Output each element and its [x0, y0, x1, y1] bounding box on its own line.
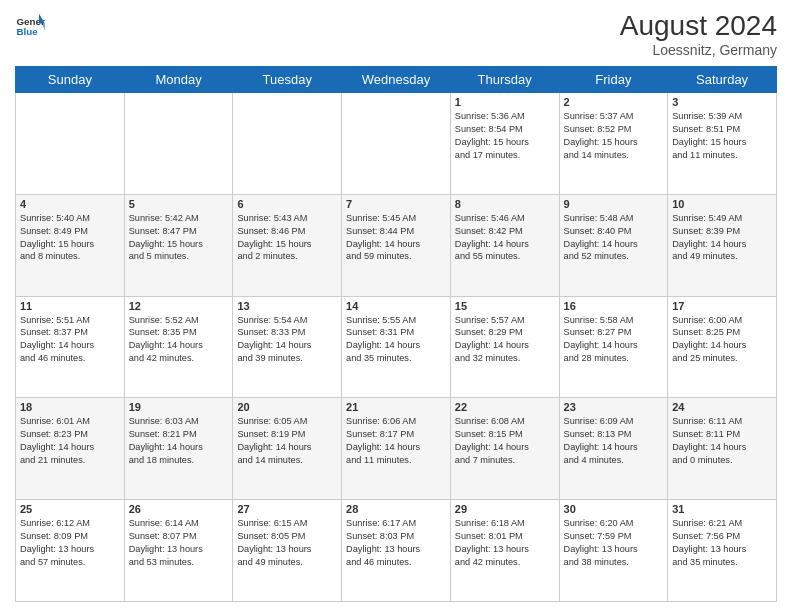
cell-content: Sunrise: 5:51 AM Sunset: 8:37 PM Dayligh… — [20, 314, 120, 366]
day-number: 13 — [237, 300, 337, 312]
day-number: 1 — [455, 96, 555, 108]
calendar-cell: 22Sunrise: 6:08 AM Sunset: 8:15 PM Dayli… — [450, 398, 559, 500]
calendar-cell: 8Sunrise: 5:46 AM Sunset: 8:42 PM Daylig… — [450, 194, 559, 296]
cell-content: Sunrise: 5:43 AM Sunset: 8:46 PM Dayligh… — [237, 212, 337, 264]
calendar-cell: 17Sunrise: 6:00 AM Sunset: 8:25 PM Dayli… — [668, 296, 777, 398]
day-number: 29 — [455, 503, 555, 515]
day-number: 6 — [237, 198, 337, 210]
cell-content: Sunrise: 6:12 AM Sunset: 8:09 PM Dayligh… — [20, 517, 120, 569]
cell-content: Sunrise: 5:37 AM Sunset: 8:52 PM Dayligh… — [564, 110, 664, 162]
cell-content: Sunrise: 5:36 AM Sunset: 8:54 PM Dayligh… — [455, 110, 555, 162]
cell-content: Sunrise: 5:49 AM Sunset: 8:39 PM Dayligh… — [672, 212, 772, 264]
calendar-cell — [233, 93, 342, 195]
cell-content: Sunrise: 6:11 AM Sunset: 8:11 PM Dayligh… — [672, 415, 772, 467]
calendar-cell: 20Sunrise: 6:05 AM Sunset: 8:19 PM Dayli… — [233, 398, 342, 500]
cell-content: Sunrise: 5:45 AM Sunset: 8:44 PM Dayligh… — [346, 212, 446, 264]
cell-content: Sunrise: 5:42 AM Sunset: 8:47 PM Dayligh… — [129, 212, 229, 264]
calendar-cell: 30Sunrise: 6:20 AM Sunset: 7:59 PM Dayli… — [559, 500, 668, 602]
calendar-week-row-4: 25Sunrise: 6:12 AM Sunset: 8:09 PM Dayli… — [16, 500, 777, 602]
col-wednesday: Wednesday — [342, 67, 451, 93]
calendar-week-row-3: 18Sunrise: 6:01 AM Sunset: 8:23 PM Dayli… — [16, 398, 777, 500]
calendar-week-row-1: 4Sunrise: 5:40 AM Sunset: 8:49 PM Daylig… — [16, 194, 777, 296]
cell-content: Sunrise: 5:57 AM Sunset: 8:29 PM Dayligh… — [455, 314, 555, 366]
calendar-cell: 13Sunrise: 5:54 AM Sunset: 8:33 PM Dayli… — [233, 296, 342, 398]
calendar-cell: 3Sunrise: 5:39 AM Sunset: 8:51 PM Daylig… — [668, 93, 777, 195]
cell-content: Sunrise: 6:15 AM Sunset: 8:05 PM Dayligh… — [237, 517, 337, 569]
calendar-cell: 24Sunrise: 6:11 AM Sunset: 8:11 PM Dayli… — [668, 398, 777, 500]
logo-icon: General Blue — [15, 10, 45, 40]
month-year-title: August 2024 — [620, 10, 777, 42]
location-subtitle: Loessnitz, Germany — [620, 42, 777, 58]
calendar-cell: 14Sunrise: 5:55 AM Sunset: 8:31 PM Dayli… — [342, 296, 451, 398]
day-number: 7 — [346, 198, 446, 210]
day-number: 10 — [672, 198, 772, 210]
calendar-cell: 31Sunrise: 6:21 AM Sunset: 7:56 PM Dayli… — [668, 500, 777, 602]
calendar-cell — [124, 93, 233, 195]
svg-text:Blue: Blue — [17, 26, 39, 37]
calendar-cell: 29Sunrise: 6:18 AM Sunset: 8:01 PM Dayli… — [450, 500, 559, 602]
cell-content: Sunrise: 6:18 AM Sunset: 8:01 PM Dayligh… — [455, 517, 555, 569]
calendar-cell: 21Sunrise: 6:06 AM Sunset: 8:17 PM Dayli… — [342, 398, 451, 500]
header: General Blue August 2024 Loessnitz, Germ… — [15, 10, 777, 58]
day-number: 2 — [564, 96, 664, 108]
day-number: 3 — [672, 96, 772, 108]
day-number: 5 — [129, 198, 229, 210]
col-monday: Monday — [124, 67, 233, 93]
cell-content: Sunrise: 5:52 AM Sunset: 8:35 PM Dayligh… — [129, 314, 229, 366]
col-sunday: Sunday — [16, 67, 125, 93]
calendar-week-row-2: 11Sunrise: 5:51 AM Sunset: 8:37 PM Dayli… — [16, 296, 777, 398]
calendar-week-row-0: 1Sunrise: 5:36 AM Sunset: 8:54 PM Daylig… — [16, 93, 777, 195]
col-thursday: Thursday — [450, 67, 559, 93]
day-number: 25 — [20, 503, 120, 515]
cell-content: Sunrise: 5:39 AM Sunset: 8:51 PM Dayligh… — [672, 110, 772, 162]
calendar-cell: 27Sunrise: 6:15 AM Sunset: 8:05 PM Dayli… — [233, 500, 342, 602]
cell-content: Sunrise: 5:55 AM Sunset: 8:31 PM Dayligh… — [346, 314, 446, 366]
cell-content: Sunrise: 5:54 AM Sunset: 8:33 PM Dayligh… — [237, 314, 337, 366]
calendar-cell: 12Sunrise: 5:52 AM Sunset: 8:35 PM Dayli… — [124, 296, 233, 398]
calendar-cell: 23Sunrise: 6:09 AM Sunset: 8:13 PM Dayli… — [559, 398, 668, 500]
cell-content: Sunrise: 6:06 AM Sunset: 8:17 PM Dayligh… — [346, 415, 446, 467]
calendar-cell: 9Sunrise: 5:48 AM Sunset: 8:40 PM Daylig… — [559, 194, 668, 296]
cell-content: Sunrise: 6:00 AM Sunset: 8:25 PM Dayligh… — [672, 314, 772, 366]
day-number: 31 — [672, 503, 772, 515]
day-number: 27 — [237, 503, 337, 515]
svg-marker-3 — [42, 24, 45, 32]
day-number: 8 — [455, 198, 555, 210]
day-number: 16 — [564, 300, 664, 312]
cell-content: Sunrise: 5:46 AM Sunset: 8:42 PM Dayligh… — [455, 212, 555, 264]
calendar-cell — [16, 93, 125, 195]
day-number: 17 — [672, 300, 772, 312]
col-tuesday: Tuesday — [233, 67, 342, 93]
calendar-cell: 18Sunrise: 6:01 AM Sunset: 8:23 PM Dayli… — [16, 398, 125, 500]
cell-content: Sunrise: 6:05 AM Sunset: 8:19 PM Dayligh… — [237, 415, 337, 467]
cell-content: Sunrise: 6:17 AM Sunset: 8:03 PM Dayligh… — [346, 517, 446, 569]
cell-content: Sunrise: 6:09 AM Sunset: 8:13 PM Dayligh… — [564, 415, 664, 467]
cell-content: Sunrise: 6:08 AM Sunset: 8:15 PM Dayligh… — [455, 415, 555, 467]
calendar-cell: 25Sunrise: 6:12 AM Sunset: 8:09 PM Dayli… — [16, 500, 125, 602]
calendar-cell: 7Sunrise: 5:45 AM Sunset: 8:44 PM Daylig… — [342, 194, 451, 296]
day-number: 9 — [564, 198, 664, 210]
day-number: 21 — [346, 401, 446, 413]
col-saturday: Saturday — [668, 67, 777, 93]
calendar-table: Sunday Monday Tuesday Wednesday Thursday… — [15, 66, 777, 602]
day-number: 23 — [564, 401, 664, 413]
page: General Blue August 2024 Loessnitz, Germ… — [0, 0, 792, 612]
calendar-header-row: Sunday Monday Tuesday Wednesday Thursday… — [16, 67, 777, 93]
cell-content: Sunrise: 5:40 AM Sunset: 8:49 PM Dayligh… — [20, 212, 120, 264]
day-number: 11 — [20, 300, 120, 312]
calendar-cell: 2Sunrise: 5:37 AM Sunset: 8:52 PM Daylig… — [559, 93, 668, 195]
day-number: 12 — [129, 300, 229, 312]
col-friday: Friday — [559, 67, 668, 93]
day-number: 22 — [455, 401, 555, 413]
day-number: 20 — [237, 401, 337, 413]
calendar-cell: 28Sunrise: 6:17 AM Sunset: 8:03 PM Dayli… — [342, 500, 451, 602]
cell-content: Sunrise: 6:14 AM Sunset: 8:07 PM Dayligh… — [129, 517, 229, 569]
day-number: 26 — [129, 503, 229, 515]
cell-content: Sunrise: 6:01 AM Sunset: 8:23 PM Dayligh… — [20, 415, 120, 467]
day-number: 28 — [346, 503, 446, 515]
title-section: August 2024 Loessnitz, Germany — [620, 10, 777, 58]
day-number: 4 — [20, 198, 120, 210]
calendar-cell: 10Sunrise: 5:49 AM Sunset: 8:39 PM Dayli… — [668, 194, 777, 296]
calendar-cell: 5Sunrise: 5:42 AM Sunset: 8:47 PM Daylig… — [124, 194, 233, 296]
day-number: 14 — [346, 300, 446, 312]
